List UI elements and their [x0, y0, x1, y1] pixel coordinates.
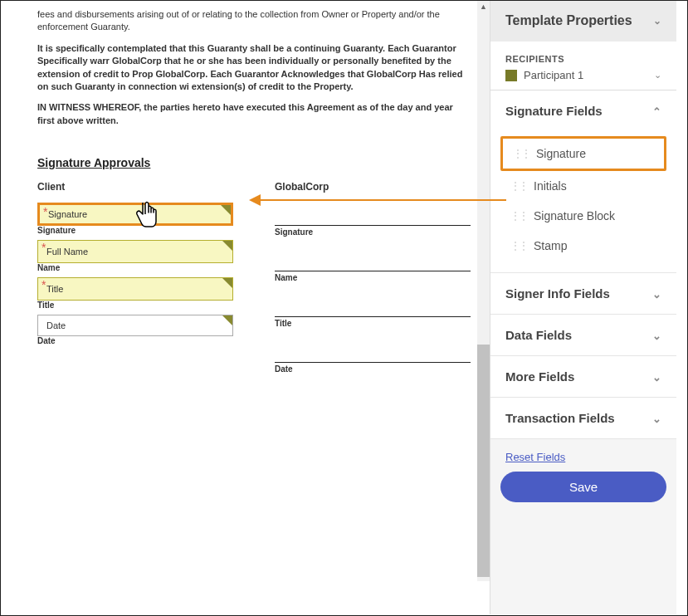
drag-handle-icon: ⋮⋮ — [510, 210, 527, 222]
company-column: GlobalCorp Signature Name Title Date — [275, 181, 471, 379]
client-column: Client * Signature Signature * Full Name… — [37, 181, 233, 379]
date-line — [275, 340, 471, 363]
template-properties-header[interactable]: Template Properties ⌄ — [490, 0, 676, 42]
paragraph-1: fees and disbursements arising out of or… — [37, 8, 471, 34]
name-label: Name — [37, 263, 233, 272]
recipient-item[interactable]: Participant 1 ⌄ — [505, 69, 661, 81]
signature-label: Signature — [37, 226, 233, 235]
signer-info-header[interactable]: Signer Info Fields ⌄ — [490, 273, 676, 314]
required-icon: * — [41, 278, 46, 291]
document-content: fees and disbursements arising out of or… — [21, 0, 487, 395]
field-signature[interactable]: ⋮⋮ Signature — [500, 136, 666, 171]
drag-handle-icon: ⋮⋮ — [510, 240, 527, 252]
chevron-up-icon: ⌃ — [652, 105, 661, 118]
sidebar: Template Properties ⌄ RECIPIENTS Partici… — [490, 0, 676, 614]
fullname-field-drop[interactable]: * Full Name — [37, 240, 233, 263]
name-label: Name — [275, 273, 471, 282]
signature-line — [275, 203, 471, 226]
recipients-section: RECIPIENTS Participant 1 ⌄ — [490, 42, 676, 90]
scroll-thumb[interactable] — [477, 345, 490, 577]
date-label: Date — [37, 336, 233, 345]
drag-handle-icon: ⋮⋮ — [510, 180, 527, 192]
section-title: Signature Approvals — [37, 156, 471, 169]
corner-icon — [222, 278, 232, 288]
required-icon: * — [43, 205, 47, 218]
company-header: GlobalCorp — [275, 181, 471, 193]
data-fields-header[interactable]: Data Fields ⌄ — [490, 315, 676, 355]
title-line — [275, 294, 471, 317]
required-icon: * — [41, 241, 46, 254]
transaction-fields-header[interactable]: Transaction Fields ⌄ — [490, 398, 676, 438]
more-fields-header[interactable]: More Fields ⌄ — [490, 356, 676, 397]
chevron-down-icon: ⌄ — [653, 15, 661, 27]
title-label: Title — [37, 301, 233, 310]
reset-fields-link[interactable]: Reset Fields — [490, 439, 676, 472]
title-field-drop[interactable]: * Title — [37, 277, 233, 301]
title-label: Title — [275, 319, 471, 328]
client-header: Client — [37, 181, 233, 193]
field-stamp[interactable]: ⋮⋮ Stamp — [500, 231, 666, 261]
paragraph-2: It is specifically contemplated that thi… — [37, 42, 471, 94]
chevron-down-icon: ⌄ — [652, 288, 661, 301]
save-button[interactable]: Save — [500, 472, 666, 502]
recipient-color-icon — [505, 70, 517, 81]
signature-fields-header[interactable]: Signature Fields ⌃ — [490, 90, 676, 131]
date-label: Date — [275, 364, 471, 374]
date-field-drop[interactable]: Date — [37, 315, 233, 336]
field-initials[interactable]: ⋮⋮ Initials — [500, 171, 666, 201]
scroll-up-icon[interactable]: ▲ — [477, 0, 490, 12]
signature-field-drop[interactable]: * Signature — [37, 203, 233, 226]
corner-icon — [221, 205, 231, 215]
chevron-down-icon: ⌄ — [652, 330, 661, 342]
corner-icon — [222, 315, 232, 325]
paragraph-3: IN WITNESS WHEREOF, the parties hereto h… — [37, 101, 471, 127]
field-signature-block[interactable]: ⋮⋮ Signature Block — [500, 201, 666, 231]
chevron-down-icon: ⌄ — [652, 413, 661, 425]
scrollbar[interactable]: ▲ — [477, 0, 490, 581]
corner-icon — [222, 241, 232, 251]
recipients-label: RECIPIENTS — [505, 54, 661, 64]
name-line — [275, 248, 471, 271]
chevron-down-icon: ⌄ — [652, 371, 661, 384]
chevron-down-icon: ⌄ — [654, 70, 661, 81]
drag-handle-icon: ⋮⋮ — [513, 148, 529, 159]
signature-label: Signature — [275, 227, 471, 237]
